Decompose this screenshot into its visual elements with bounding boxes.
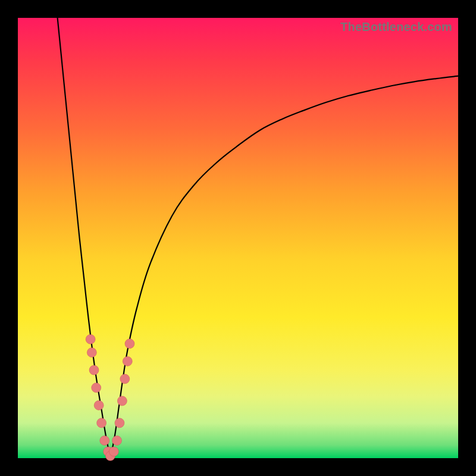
marker-point [109, 447, 118, 456]
marker-point [115, 418, 124, 428]
marker-point [89, 365, 99, 375]
marker-point [120, 374, 130, 384]
marker-point [94, 400, 104, 410]
marker-point [123, 356, 132, 366]
marker-point [112, 436, 122, 445]
plot-area: TheBottleneck.com [18, 18, 458, 458]
marker-point [87, 347, 96, 357]
marker-point [97, 418, 107, 428]
chart-frame: TheBottleneck.com [0, 0, 476, 476]
marker-point [125, 339, 134, 349]
marker-point [92, 383, 101, 393]
curve-left-branch [58, 18, 111, 458]
chart-svg [18, 18, 458, 458]
marker-point [117, 396, 127, 406]
marker-point [86, 334, 95, 344]
marker-point [100, 436, 109, 445]
curve-right-branch [110, 76, 458, 458]
